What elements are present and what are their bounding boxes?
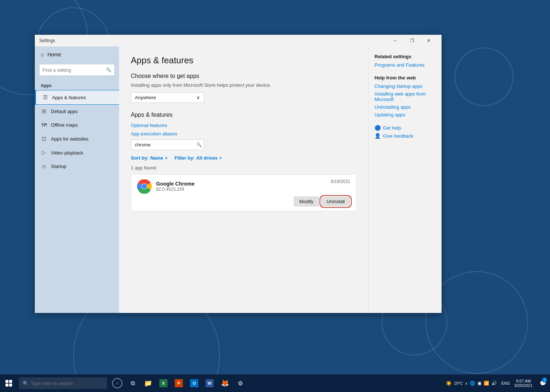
outlook-icon: O <box>190 379 198 387</box>
system-clock[interactable]: 9:57 AM 8/20/2021 <box>512 379 535 388</box>
word-taskbar[interactable]: W <box>202 376 217 391</box>
settings-gear-icon: ⚙ <box>238 380 243 387</box>
sort-filter[interactable]: Sort by: Name ∨ <box>131 155 167 161</box>
drive-filter[interactable]: Filter by: All drives ∨ <box>175 155 222 161</box>
cortana-icon[interactable]: ○ <box>110 376 125 391</box>
volume-icon[interactable]: 🔊 <box>491 381 497 386</box>
network-icon: 🌐 <box>470 381 475 386</box>
changing-startup-link[interactable]: Changing startup apps <box>374 83 436 89</box>
chevron-up-icon[interactable]: ∧ <box>465 381 468 385</box>
app-search-bar[interactable]: 🔍 <box>131 139 204 150</box>
sidebar-home-item[interactable]: ⌂ Home <box>35 46 119 63</box>
app-search-input[interactable] <box>135 142 196 148</box>
search-section: 🔍 <box>131 139 357 150</box>
apps-features-icon: ☰ <box>42 94 48 101</box>
sidebar-item-startup[interactable]: ⎋ Startup <box>35 160 119 173</box>
get-help-item[interactable]: 🔵 Get help <box>374 125 436 131</box>
sort-value: Name <box>150 155 163 161</box>
support-section: 🔵 Get help 👤 Give feedback <box>374 125 436 139</box>
filter-label: Filter by: <box>175 155 195 161</box>
optional-features-link[interactable]: Optional features <box>131 123 357 128</box>
window-title: Settings <box>39 38 387 43</box>
app-info: Google Chrome 92.0.4515.159 <box>156 181 331 192</box>
taskbar-search-input[interactable] <box>31 381 103 386</box>
maximize-button[interactable]: ❐ <box>403 35 420 46</box>
system-tray: ☀️ 19°C ∧ 🌐 ▣ 📶 🔊 ENG 9:57 AM 8/20/2021 … <box>443 374 550 392</box>
choose-apps-desc: Installing apps only from Microsoft Stor… <box>131 82 357 88</box>
sidebar-item-apps-features-label: Apps & features <box>52 95 86 100</box>
firefox-taskbar[interactable]: 🦊 <box>218 376 232 391</box>
uninstalling-apps-link[interactable]: Uninstalling apps <box>374 104 436 110</box>
window-titlebar: Settings ─ ❐ ✕ <box>35 35 442 46</box>
sidebar-item-apps-websites-label: Apps for websites <box>51 136 89 142</box>
sidebar: ⌂ Home 🔍 Apps ☰ Apps & features ⊞ Defaul… <box>35 46 119 313</box>
minimize-button[interactable]: ─ <box>387 35 403 46</box>
give-feedback-item[interactable]: 👤 Give feedback <box>374 133 436 139</box>
clock-time: 9:57 AM <box>516 379 531 383</box>
tray-icons: ☀️ 19°C ∧ 🌐 ▣ 📶 🔊 <box>443 380 500 386</box>
uninstall-wrapper: Uninstall <box>321 197 350 206</box>
settings-window: Settings ─ ❐ ✕ ⌂ Home 🔍 Apps ☰ Apps & fe… <box>35 35 442 313</box>
cortana-circle: ○ <box>112 378 122 388</box>
uninstall-button[interactable]: Uninstall <box>321 197 350 206</box>
search-icon: 🔍 <box>196 142 202 148</box>
app-list-item: Google Chrome 92.0.4515.159 8/19/2021 Mo… <box>131 174 357 211</box>
video-playback-icon: ▷ <box>41 149 47 156</box>
outlook-taskbar[interactable]: O <box>187 376 202 391</box>
filters-row: Sort by: Name ∨ Filter by: All drives ∨ <box>131 155 357 161</box>
firefox-icon: 🦊 <box>221 379 229 387</box>
sidebar-search-icon: 🔍 <box>106 67 111 72</box>
svg-point-2 <box>142 184 147 189</box>
choose-apps-subtitle: Choose where to get apps <box>131 73 357 79</box>
notification-center[interactable]: 💬 2 <box>537 374 549 392</box>
filter-value: All drives <box>196 155 218 161</box>
powerpoint-icon: P <box>175 379 183 387</box>
sidebar-item-video-playback[interactable]: ▷ Video playback <box>35 146 119 160</box>
startup-icon: ⎋ <box>41 163 47 169</box>
app-top-row: Google Chrome 92.0.4515.159 8/19/2021 <box>137 179 350 194</box>
sidebar-item-offline-maps[interactable]: 🗺 Offline maps <box>35 118 119 132</box>
wifi-icon: 📶 <box>484 381 489 386</box>
start-button[interactable] <box>0 376 18 391</box>
task-view-button[interactable]: ⧉ <box>125 376 140 391</box>
file-explorer-icon: 📁 <box>144 379 152 387</box>
clock-date: 8/20/2021 <box>514 383 532 388</box>
get-help-link[interactable]: Get help <box>383 125 401 131</box>
powerpoint-taskbar[interactable]: P <box>171 376 186 391</box>
app-icon <box>137 179 152 194</box>
task-view-icon: ⧉ <box>131 380 135 387</box>
weather-icon: ☀️ <box>446 380 452 386</box>
give-feedback-link[interactable]: Give feedback <box>383 133 413 139</box>
help-from-web-title: Help from the web <box>374 75 436 81</box>
modify-button[interactable]: Modify <box>294 197 319 206</box>
sidebar-item-apps-websites[interactable]: ⊡ Apps for websites <box>35 132 119 146</box>
programs-features-link[interactable]: Programs and Features <box>374 62 436 68</box>
language-display: ENG <box>501 381 510 385</box>
file-explorer-taskbar[interactable]: 📁 <box>141 376 155 391</box>
page-title: Apps & features <box>131 55 357 66</box>
close-button[interactable]: ✕ <box>420 35 437 46</box>
excel-taskbar[interactable]: X <box>156 376 171 391</box>
sidebar-search-input[interactable] <box>43 67 106 73</box>
installing-webapps-link[interactable]: Installing web apps from Microsoft <box>374 91 436 102</box>
dropdown-chevron-icon: ∨ <box>196 95 200 100</box>
settings-taskbar[interactable]: ⚙ <box>233 376 248 391</box>
apps-source-dropdown[interactable]: Anywhere ∨ <box>131 92 204 103</box>
offline-maps-icon: 🗺 <box>41 122 47 128</box>
taskbar-search-box[interactable]: 🔍 <box>19 377 107 389</box>
sidebar-item-default-apps-label: Default apps <box>51 109 78 114</box>
results-count: 1 app found <box>131 165 357 171</box>
apps-source-value: Anywhere <box>135 95 156 100</box>
app-execution-link[interactable]: App execution aliases <box>131 131 357 137</box>
sidebar-search-box[interactable]: 🔍 <box>39 64 115 76</box>
sort-label: Sort by: <box>131 155 149 161</box>
sidebar-item-apps-features[interactable]: ☰ Apps & features <box>35 90 119 104</box>
default-apps-icon: ⊞ <box>41 108 47 115</box>
word-icon: W <box>206 379 214 387</box>
sidebar-item-default-apps[interactable]: ⊞ Default apps <box>35 104 119 118</box>
taskbar-search-icon: 🔍 <box>23 381 29 386</box>
updating-apps-link[interactable]: Updating apps <box>374 112 436 117</box>
filter-chevron-icon: ∨ <box>219 156 222 160</box>
taskbar: 🔍 ○ ⧉ 📁 X P O W <box>0 374 550 392</box>
sort-chevron-icon: ∨ <box>165 156 167 160</box>
